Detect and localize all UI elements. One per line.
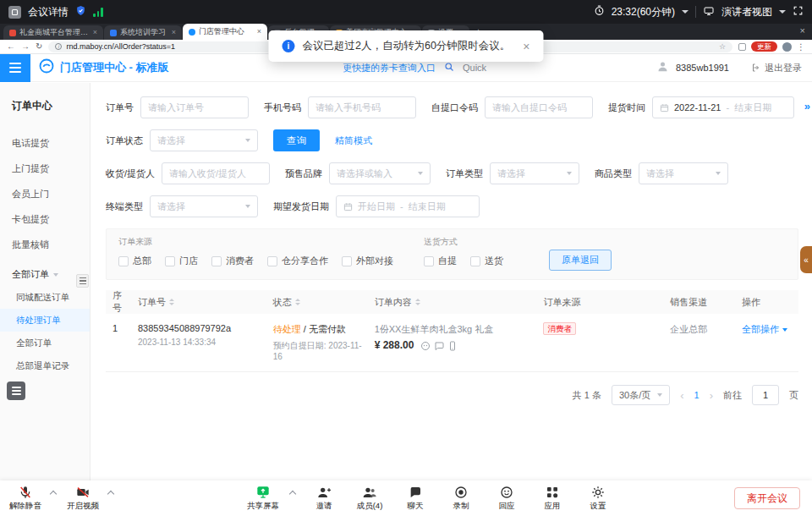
col-content[interactable]: 订单内容 [368,296,537,309]
next-page-button[interactable]: › [710,389,713,402]
forward-icon[interactable]: → [21,42,30,51]
checkbox-shared-warehouse[interactable]: 仓分享合作 [267,255,328,267]
meeting-title[interactable]: 会议详情 [28,5,69,19]
browser-tab[interactable]: 系统培训学习 × [104,25,182,40]
checkbox-hq[interactable]: 总部 [118,255,151,267]
wechat-icon[interactable] [420,341,431,351]
col-status[interactable]: 状态 [266,296,368,309]
browser-profile-avatar[interactable] [782,42,792,52]
extensions-icon[interactable] [738,43,746,51]
search-button[interactable]: 查询 [273,129,320,151]
invite-button[interactable]: 邀请 [305,486,343,512]
floating-list-button[interactable] [7,382,25,400]
fullscreen-icon[interactable] [793,5,804,19]
collapse-filters-icon[interactable]: » [804,100,810,113]
goods-type-select[interactable]: 请选择 [639,162,728,184]
browser-update-button[interactable]: 更新 [751,41,777,52]
leave-meeting-button[interactable]: 离开会议 [734,487,800,509]
tab-close-icon[interactable]: × [257,28,261,36]
pickup-code-input[interactable] [485,96,593,118]
bookmark-star-icon[interactable]: ☆ [719,42,726,51]
browser-tab-active[interactable]: 门店管理中心 × [183,24,267,40]
view-mode-label[interactable]: 演讲者视图 [721,5,772,19]
members-button[interactable]: 成员(4) [351,486,388,512]
mic-options-chevron[interactable] [50,491,57,497]
phone-icon[interactable] [447,341,458,351]
row-order-no-cell: 83859345088979792a 2023-11-13 14:33:34 [131,323,266,347]
expect-ship-date-range[interactable]: 开始日期 - 结束日期 [336,195,480,217]
checkbox-store[interactable]: 门店 [165,255,198,267]
sidebar-item-batch-verify[interactable]: 批量核销 [0,232,90,257]
current-page[interactable]: 1 [694,390,700,400]
settings-button[interactable]: 设置 [579,486,617,512]
window-close-icon[interactable]: × [800,25,805,36]
sidebar-item-all-orders[interactable]: 全部订单 [0,332,90,354]
tab-close-icon[interactable]: × [93,29,97,36]
browser-menu-icon[interactable]: ⋮ [797,42,805,52]
unmute-button[interactable]: 解除静音 [7,486,44,512]
mic-off-icon [19,486,32,499]
side-drawer-handle[interactable]: « [800,246,812,273]
terminal-type-select[interactable]: 请选择 [150,195,258,217]
prev-page-button[interactable]: ‹ [680,389,683,402]
quick-entry-link[interactable]: 更快捷的券卡查询入口 [343,62,436,74]
phone-input[interactable] [308,96,416,118]
sidebar-item-city-delivery-orders[interactable]: 同城配送订单 [0,286,90,309]
pickup-date-range[interactable]: 2022-11-21 - 结束日期 [652,96,794,118]
share-options-chevron[interactable] [289,491,296,497]
apps-button[interactable]: 应用 [534,486,571,512]
sort-icon[interactable] [295,299,300,305]
total-count: 共 1 条 [573,389,601,402]
sidebar-item-pending-orders[interactable]: 待处理订单 [0,309,90,332]
col-order-no[interactable]: 订单号 [131,296,266,309]
checkbox-self-pickup[interactable]: 自提 [424,255,457,267]
sidebar-item-phone-pickup[interactable]: 电话提货 [0,130,90,156]
page-size-select[interactable]: 30条/页 [612,385,670,405]
order-no-input[interactable] [140,96,249,118]
checkbox-external[interactable]: 外部对接 [342,255,393,267]
network-signal-icon[interactable] [93,8,103,17]
duration-dropdown-icon[interactable] [682,10,689,14]
back-icon[interactable]: ← [7,42,15,51]
all-actions-dropdown[interactable]: 全部操作 [742,323,787,336]
sidebar-item-hq-refund-records[interactable]: 总部退单记录 [0,354,90,377]
order-status-select[interactable]: 请选择 [150,129,258,151]
sidebar-toggle-button[interactable] [0,54,30,82]
site-info-icon[interactable]: i [55,43,62,50]
presale-brand-select[interactable]: 请选择或输入 [329,162,431,184]
toast-close-icon[interactable]: × [523,40,529,53]
original-order-return-button[interactable]: 原单退回 [549,250,612,271]
start-video-button[interactable]: 开启视频 [64,486,102,512]
browser-tab[interactable]: 礼金商城平台管理中心 × [3,25,103,40]
logout-button[interactable]: 退出登录 [751,62,802,74]
receiver-input[interactable] [162,162,270,184]
sort-icon[interactable] [169,299,174,305]
message-icon[interactable] [434,341,444,351]
sidebar-item-member-visit[interactable]: 会员上门 [0,181,90,206]
url-text: rnd.maboy.cn/AllOrder?status=1 [66,42,175,51]
sidebar-item-cardpack-pickup[interactable]: 卡包提货 [0,206,90,232]
sidebar-item-door-pickup[interactable]: 上门提货 [0,156,90,181]
simple-mode-link[interactable]: 精简模式 [335,134,372,147]
sort-icon[interactable] [415,299,420,305]
reactions-button[interactable]: 回应 [488,486,525,512]
tab-close-icon[interactable]: × [172,29,176,36]
view-mode-dropdown-icon[interactable] [779,10,786,14]
quick-label[interactable]: Quick [463,63,486,73]
refresh-icon[interactable]: ↻ [36,42,42,51]
shield-icon[interactable] [75,5,86,19]
checkbox-consumer[interactable]: 消费者 [211,255,254,267]
row-index: 1 [106,323,131,333]
share-screen-button[interactable]: 共享屏幕 [244,486,282,512]
pickup-code-label: 自提口令码 [431,102,478,114]
record-button[interactable]: 录制 [442,486,480,512]
order-no[interactable]: 83859345088979792a [138,323,266,333]
sidebar-collapse-handle[interactable] [76,274,89,288]
username[interactable]: 8385wb1991 [676,63,729,73]
search-icon[interactable] [444,60,454,75]
video-options-chevron[interactable] [107,491,114,497]
order-type-select[interactable]: 请选择 [490,162,579,184]
chat-button[interactable]: 聊天 [397,486,434,512]
checkbox-delivery[interactable]: 送货 [470,255,503,267]
goto-page-input[interactable] [752,385,779,405]
